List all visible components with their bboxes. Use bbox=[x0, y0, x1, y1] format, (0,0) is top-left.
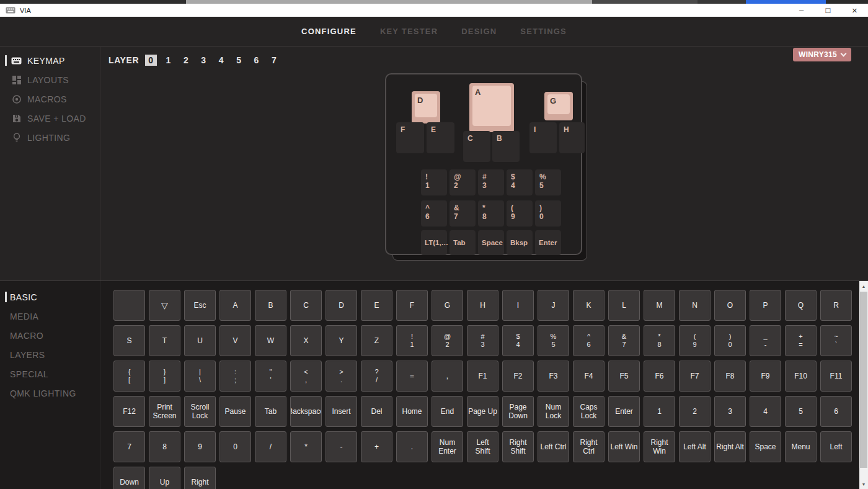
keymap-key[interactable]: Space bbox=[478, 230, 504, 255]
sidebar-item-keymap[interactable]: KEYMAP bbox=[0, 51, 100, 70]
keycode-key[interactable]: L bbox=[608, 290, 640, 321]
keymap-key[interactable]: LT(1,… bbox=[421, 230, 447, 255]
close-button[interactable]: × bbox=[841, 4, 868, 17]
keycode-key[interactable]: Num Enter bbox=[432, 431, 463, 462]
keycode-key[interactable]: $4 bbox=[502, 325, 534, 356]
category-macro[interactable]: MACRO bbox=[0, 326, 100, 345]
keycode-key[interactable]: + bbox=[361, 431, 392, 462]
keycode-key[interactable]: Right Win bbox=[644, 431, 675, 462]
keymap-key[interactable]: & 7 bbox=[450, 200, 476, 227]
keycode-key[interactable]: F7 bbox=[679, 361, 711, 392]
keycode-key[interactable]: Right Alt bbox=[714, 431, 746, 462]
keycode-key[interactable]: F3 bbox=[538, 361, 569, 392]
keycode-key[interactable]: = bbox=[396, 361, 428, 392]
keycode-key[interactable]: F11 bbox=[820, 361, 852, 392]
keycode-key[interactable]: ^6 bbox=[573, 325, 604, 356]
device-selector[interactable]: WINRY315 bbox=[793, 48, 851, 61]
keycode-key[interactable]: F2 bbox=[502, 361, 534, 392]
category-basic[interactable]: BASIC bbox=[0, 287, 100, 307]
keycode-key[interactable]: Insert bbox=[326, 396, 357, 427]
keycode-key[interactable]: 9 bbox=[184, 431, 216, 462]
keymap-key[interactable]: Enter bbox=[535, 230, 561, 255]
keycode-key[interactable]: &7 bbox=[608, 325, 640, 356]
keycode-key[interactable]: E bbox=[361, 290, 392, 321]
keymap-key[interactable]: I bbox=[529, 122, 557, 153]
keycode-key[interactable]: }] bbox=[149, 361, 180, 392]
keycode-key[interactable]: F9 bbox=[750, 361, 781, 392]
category-qmk-lighting[interactable]: QMK LIGHTING bbox=[0, 384, 100, 403]
keymap-key[interactable]: E bbox=[427, 122, 454, 153]
layer-button-0[interactable]: 0 bbox=[145, 55, 156, 66]
keycode-key[interactable]: {[ bbox=[113, 361, 145, 392]
keycode-key[interactable]: 6 bbox=[820, 396, 852, 427]
keycode-key[interactable]: 3 bbox=[714, 396, 746, 427]
keycode-key[interactable]: <, bbox=[290, 361, 322, 392]
keycode-key[interactable]: F10 bbox=[785, 361, 817, 392]
keycode-key[interactable]: B bbox=[255, 290, 286, 321]
keycode-key[interactable]: Left Alt bbox=[679, 431, 711, 462]
keycode-key[interactable]: - bbox=[326, 431, 357, 462]
layer-button-3[interactable]: 3 bbox=[198, 55, 209, 66]
keycode-key[interactable]: D bbox=[326, 290, 357, 321]
keycode-key[interactable]: Y bbox=[326, 325, 357, 356]
keycode-key[interactable]: F6 bbox=[644, 361, 675, 392]
keycode-key[interactable]: %5 bbox=[538, 325, 569, 356]
keycode-key[interactable]: Left Shift bbox=[467, 431, 498, 462]
keycode-key[interactable]: Scroll Lock bbox=[184, 396, 216, 427]
keycode-key[interactable]: Del bbox=[361, 396, 392, 427]
keycode-key[interactable]: S bbox=[113, 325, 145, 356]
keycode-key[interactable]: F12 bbox=[113, 396, 145, 427]
keycode-key[interactable]: F bbox=[396, 290, 428, 321]
layer-button-2[interactable]: 2 bbox=[180, 55, 192, 66]
keycode-key[interactable]: Home bbox=[396, 396, 428, 427]
layer-button-4[interactable]: 4 bbox=[216, 55, 227, 66]
keymap-key[interactable]: $ 4 bbox=[507, 169, 533, 195]
keymap-key[interactable]: @ 2 bbox=[450, 169, 476, 195]
keycode-key[interactable]: *8 bbox=[644, 325, 675, 356]
keycode-key[interactable]: Tab bbox=[255, 396, 286, 427]
keycode-key[interactable]: @2 bbox=[432, 325, 463, 356]
keymap-key[interactable]: % 5 bbox=[535, 169, 561, 195]
keycode-key[interactable]: U bbox=[184, 325, 216, 356]
keycode-key[interactable]: Esc bbox=[184, 290, 216, 321]
keycode-key[interactable]: I bbox=[502, 290, 534, 321]
keymap-key[interactable]: Tab bbox=[450, 230, 476, 255]
keycode-key[interactable]: )0 bbox=[714, 325, 746, 356]
keymap-key[interactable]: G bbox=[544, 92, 573, 120]
layer-button-6[interactable]: 6 bbox=[251, 55, 262, 66]
keycode-key[interactable]: P bbox=[750, 290, 781, 321]
keymap-key[interactable]: D bbox=[412, 91, 440, 123]
keycode-key[interactable]: W bbox=[255, 325, 286, 356]
layer-button-1[interactable]: 1 bbox=[163, 55, 174, 66]
scroll-down-arrow[interactable]: ▼ bbox=[859, 480, 868, 489]
keymap-key[interactable]: Bksp bbox=[507, 230, 533, 255]
keycode-key[interactable]: End bbox=[432, 396, 463, 427]
keymap-key[interactable]: # 3 bbox=[478, 169, 504, 195]
keycode-key[interactable]: O bbox=[714, 290, 746, 321]
keycode-key[interactable]: Left Ctrl bbox=[538, 431, 569, 462]
keycode-key[interactable]: ?/ bbox=[361, 361, 392, 392]
keycode-key[interactable]: Down bbox=[113, 467, 145, 489]
keymap-key[interactable]: ^ 6 bbox=[421, 200, 447, 227]
keymap-key[interactable]: ) 0 bbox=[535, 200, 561, 227]
tab-key-tester[interactable]: KEY TESTER bbox=[380, 27, 438, 36]
scrollbar-thumb[interactable] bbox=[860, 292, 867, 468]
keycode-key[interactable]: Num Lock bbox=[538, 396, 569, 427]
sidebar-item-save-load[interactable]: SAVE + LOAD bbox=[0, 109, 100, 128]
keycode-key[interactable]: += bbox=[785, 325, 817, 356]
keycode-key[interactable]: 8 bbox=[149, 431, 180, 462]
keymap-key[interactable]: H bbox=[559, 122, 585, 153]
keymap-key[interactable]: C bbox=[463, 131, 490, 162]
layer-button-5[interactable]: 5 bbox=[233, 55, 244, 66]
keycode-key[interactable]: C bbox=[290, 290, 322, 321]
keycode-key[interactable]: "' bbox=[255, 361, 286, 392]
keymap-key[interactable]: ( 9 bbox=[507, 200, 533, 227]
sidebar-item-lighting[interactable]: LIGHTING bbox=[0, 128, 100, 147]
keycode-key[interactable]: G bbox=[432, 290, 463, 321]
keycode-key[interactable]: Z bbox=[361, 325, 392, 356]
maximize-button[interactable]: □ bbox=[815, 4, 841, 17]
keycode-key[interactable]: , bbox=[432, 361, 463, 392]
category-layers[interactable]: LAYERS bbox=[0, 345, 100, 364]
keycode-key[interactable]: N bbox=[679, 290, 711, 321]
sidebar-item-macros[interactable]: MACROS bbox=[0, 89, 100, 109]
